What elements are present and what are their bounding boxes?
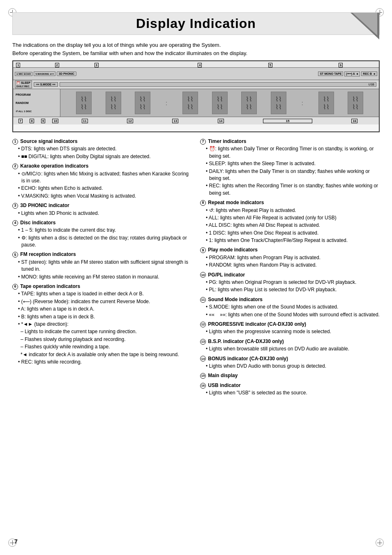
section-16: 16 USB indicator • Lights when "USB" is …: [200, 382, 380, 397]
section-1: 1 Source signal indicators • DTS: lights…: [12, 138, 192, 160]
section-13: 13 B.S.P. indicator (CA-DXJ30 only) • Li…: [200, 338, 380, 353]
section-3: 3 3D PHONIC indicator • Lights when 3D P…: [12, 202, 192, 217]
header-bar: Display Indication: [12, 12, 380, 35]
content-area: 1 Source signal indicators • DTS: lights…: [12, 136, 380, 397]
section-6: 6 Tape operation indicators • TAPE: ligh…: [12, 283, 192, 366]
intro-text: The indications on the display tell you …: [12, 41, 380, 57]
section-2: 2 Karaoke operation indicators • ⊙/MIC/⊙…: [12, 163, 192, 200]
section-7: 7 Timer indicators • ⏰: lights when Dail…: [200, 138, 380, 197]
display-diagram: 1 2 3 4 5 6 ● MIC ECHO V.MASKING ●⊶ 3D P…: [12, 60, 380, 132]
section-4: 4 Disc indicators • 1 – 5: lights to ind…: [12, 219, 192, 249]
corner-mark-br: [376, 539, 384, 547]
section-10: 10 PG/PL indicator • PG: lights when Ori…: [200, 272, 380, 294]
right-column: 7 Timer indicators • ⏰: lights when Dail…: [200, 136, 380, 397]
page-title: Display Indication: [19, 16, 373, 31]
section-5: 5 FM reception indicators • ST (stereo):…: [12, 251, 192, 281]
section-11: 11 Sound Mode indicators • S.MODE: light…: [200, 296, 380, 318]
section-8: 8 Repeat mode indicators • ↺: lights whe…: [200, 199, 380, 244]
page-number: 7: [14, 538, 18, 545]
section-14: 14 BONUS indicator (CA-DXJ30 only) • Lig…: [200, 355, 380, 370]
left-column: 1 Source signal indicators • DTS: lights…: [12, 136, 192, 397]
section-12: 12 PROGRESSIVE indicator (CA-DXJ30 only)…: [200, 321, 380, 336]
header-decoration-inner: [353, 13, 377, 35]
section-9: 9 Play mode indicators • PROGRAM: lights…: [200, 246, 380, 269]
section-15: 15 Main display: [200, 372, 380, 379]
